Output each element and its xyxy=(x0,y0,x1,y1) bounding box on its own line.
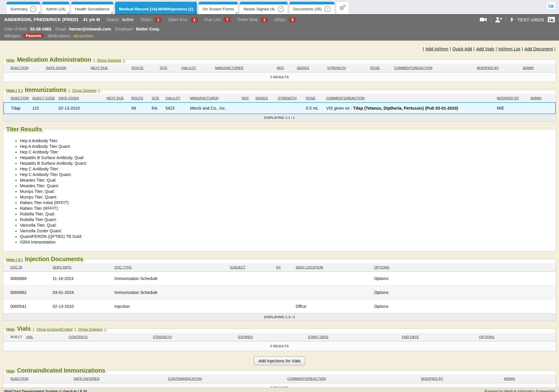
show-deleted-link[interactable]: Show Deleted xyxy=(97,58,121,63)
options-button[interactable]: Options xyxy=(372,272,556,286)
hide-link[interactable]: Hide xyxy=(6,369,15,373)
open-enc-count-badge[interactable]: 1 xyxy=(191,17,198,22)
tab-documents[interactable]: Documents (35) ↗ xyxy=(289,2,335,14)
col-comments-reaction[interactable]: COMMENTS/REACTION xyxy=(324,94,495,103)
options-button[interactable]: Options xyxy=(372,300,556,313)
col-manufacturer[interactable]: MANUFACTURER xyxy=(188,94,240,103)
col-strength[interactable]: STRENGTH xyxy=(276,94,304,103)
tab-admin[interactable]: Admin (14) xyxy=(42,2,69,14)
add-vials-link[interactable]: Add Vials xyxy=(476,47,494,51)
hide-link[interactable]: Hide xyxy=(6,327,15,332)
col-serv-date[interactable]: SERV DATE xyxy=(51,263,113,272)
col-manufacturer[interactable]: MANUFACTURER xyxy=(213,64,275,72)
col-series[interactable]: SERIES xyxy=(254,94,276,103)
col-comments-reaction[interactable]: COMMENTS/REACTION xyxy=(392,64,475,72)
col-contraindication[interactable]: CONTRAINDICATION xyxy=(166,375,286,383)
col-injection[interactable]: INJECTION xyxy=(3,375,72,383)
col-strength[interactable]: STRENGTH xyxy=(325,64,368,72)
person-add-icon[interactable] xyxy=(495,17,502,23)
empty-results-row: 0 RESULTS xyxy=(3,72,556,82)
lightning-icon[interactable] xyxy=(510,17,514,23)
col-admin[interactable]: ADMIN xyxy=(502,375,556,383)
col-injection[interactable]: INJECTION xyxy=(4,94,31,103)
chart-icon[interactable] xyxy=(548,17,555,22)
col-site[interactable]: SITE xyxy=(150,94,163,103)
col-date-given[interactable]: DATE GIVEN xyxy=(57,94,105,103)
open-new-window-icon[interactable]: ↗ xyxy=(278,6,284,12)
col-modified-by[interactable]: MODIFIED BY xyxy=(475,64,521,72)
col-contents[interactable]: CONTENTS xyxy=(67,333,151,341)
col-admin[interactable]: ADMIN xyxy=(521,64,556,72)
col-modified-by[interactable]: MODIFIED BY xyxy=(419,375,502,383)
col-serv-location[interactable]: SERV LOCATION xyxy=(294,263,372,272)
open-new-window-icon[interactable]: ↗ xyxy=(324,6,331,12)
separator: | xyxy=(474,47,475,51)
esign-count-badge[interactable]: 3 xyxy=(289,17,296,22)
show-deleted-link[interactable]: Show Deleted xyxy=(72,88,96,93)
tab-needs-signed[interactable]: Needs Signed (4) ↗ xyxy=(240,2,287,14)
col-series[interactable]: SERIES xyxy=(295,64,325,72)
section-title: Contraindicated Immunizations xyxy=(17,367,105,374)
col-site[interactable]: SITE xyxy=(158,64,180,72)
cell-serv-location xyxy=(294,272,372,286)
due-list-count-badge[interactable]: 7 xyxy=(224,17,231,22)
immunization-row-tdap[interactable]: Tdap 115 02-13-2010 IM RA 5423 Merck and… xyxy=(4,103,555,114)
col-vial[interactable]: VIAL xyxy=(24,333,67,341)
col-route[interactable]: ROUTE xyxy=(130,94,150,103)
document-row[interactable]: 0000689 11-18-2024 Immunization Schedule… xyxy=(3,272,556,286)
col-dose[interactable]: DOSE xyxy=(368,64,392,72)
col-vial-lot[interactable]: VIAL/LOT xyxy=(179,64,213,72)
document-row[interactable]: 0000541 02-13-2010 Injection Office Opti… xyxy=(3,300,556,313)
col-subject[interactable]: SUBJECT xyxy=(228,263,274,272)
order-req-count-badge[interactable]: 1 xyxy=(261,17,268,22)
section-medication-administration: Hide Medication Administration | Show De… xyxy=(3,56,556,82)
col-options[interactable]: OPTIONS xyxy=(477,333,556,341)
col-expires[interactable]: EXPIRES xyxy=(236,333,306,341)
allergy-badge[interactable]: Peanuts xyxy=(23,33,44,38)
col-date-entered[interactable]: DATE ENTERED xyxy=(72,375,166,383)
col-start-date[interactable]: START DATE xyxy=(306,333,400,341)
col-inject-code[interactable]: INJECT CODE xyxy=(31,94,57,103)
col-options[interactable]: OPTIONS xyxy=(372,263,556,272)
medication-value[interactable]: alprazolam xyxy=(73,33,93,38)
settings-button[interactable]: ⚙ ⚙ xyxy=(336,2,349,14)
tab-medical-record-active[interactable]: Medical Record (14):MAR/Injections (1) xyxy=(115,2,197,14)
video-camera-icon[interactable] xyxy=(480,17,487,22)
cell-next-due xyxy=(105,103,129,114)
statistics-button[interactable] xyxy=(547,2,555,14)
quick-add-link[interactable]: Quick Add xyxy=(453,47,472,51)
col-dose[interactable]: DOSE xyxy=(304,94,324,103)
col-doc-id[interactable]: DOC ID xyxy=(3,263,51,272)
col-next-due[interactable]: NEXT DUE xyxy=(105,94,129,103)
hide-link[interactable]: Hide ( 3 ) xyxy=(6,257,23,262)
col-strength[interactable]: STRENGTH xyxy=(151,333,236,341)
col-doc-type[interactable]: DOC TYPE xyxy=(113,263,228,272)
tasks-count-badge[interactable]: 1 xyxy=(155,17,162,22)
tab-on-screen-forms[interactable]: On Screen Forms xyxy=(199,2,238,14)
col-date-given[interactable]: DATE GIVEN xyxy=(44,64,89,72)
col-admin[interactable]: ADMIN xyxy=(529,94,555,103)
col-injection[interactable]: INJECTION xyxy=(3,64,44,72)
hide-link[interactable]: Hide ( 1 ) xyxy=(6,88,23,93)
col-route[interactable]: ROUTE xyxy=(130,64,158,72)
tab-health-surveillance[interactable]: Health Surveillance xyxy=(71,2,113,14)
col-modified-by[interactable]: MODIFIED BY xyxy=(495,94,529,103)
open-new-window-icon[interactable]: ↗ xyxy=(30,6,36,12)
col-vial-lot[interactable]: VIAL/LOT xyxy=(164,94,188,103)
add-injections-for-vials-button[interactable]: Add Injections for Vials xyxy=(254,356,305,365)
inj-imm-list-link[interactable]: Inj/Imm List xyxy=(498,47,520,51)
add-document-link[interactable]: Add Document xyxy=(524,47,553,51)
options-button[interactable]: Options xyxy=(372,286,556,300)
show-expired-ended-link[interactable]: Show Expired/Ended xyxy=(36,327,72,332)
add-inj-imm-link[interactable]: Add Inj/Imm xyxy=(426,47,448,51)
document-row[interactable]: 0000682 03-01-2024 Immunization Schedule… xyxy=(3,286,556,300)
col-ndc[interactable]: NDC xyxy=(240,94,254,103)
col-next-due[interactable]: NEXT DUE xyxy=(89,64,130,72)
col-end-date[interactable]: END DATE xyxy=(400,333,477,341)
tab-summary[interactable]: Summary ↗ xyxy=(7,2,40,14)
col-comments-reaction[interactable]: COMMENTS/REACTION xyxy=(286,375,419,383)
hide-link[interactable]: Hide xyxy=(6,58,15,63)
col-by[interactable]: BY xyxy=(275,263,294,272)
show-deleted-link[interactable]: Show Deleted xyxy=(78,327,102,332)
col-ndc[interactable]: NDC xyxy=(275,64,295,72)
